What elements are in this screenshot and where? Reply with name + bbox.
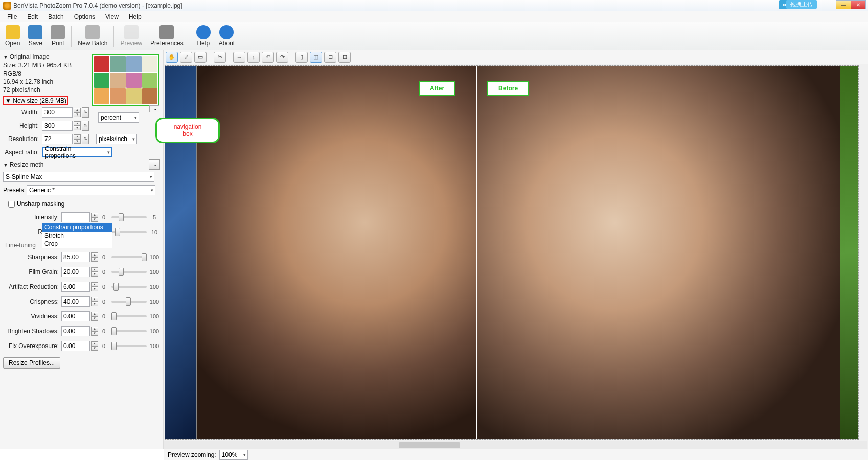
ft-slider[interactable]	[111, 315, 147, 317]
pan-tool-icon[interactable]: ✋	[166, 52, 178, 63]
resolution-input[interactable]	[42, 134, 73, 144]
toolbar-separator	[113, 26, 114, 47]
toolbar-label: Print	[52, 40, 64, 47]
view-split-h-icon[interactable]: ⊟	[324, 52, 336, 63]
ft-slider[interactable]	[111, 256, 147, 258]
ft-spinner[interactable]: ▲▼	[91, 312, 98, 321]
presets-select[interactable]: Generic *	[27, 185, 155, 195]
window-controls: — ✕	[836, 0, 866, 9]
fit-width-icon[interactable]: ↔	[233, 52, 245, 63]
after-badge: After	[419, 81, 455, 96]
select-tool-icon[interactable]: ▭	[194, 52, 207, 63]
toolbar-label: Help	[197, 40, 210, 47]
resize-method-more-button[interactable]: ...	[149, 159, 160, 170]
ft-min: 0	[98, 254, 109, 260]
intensity-spinner[interactable]: ▲▼	[91, 213, 98, 222]
save-button[interactable]: Save	[24, 24, 47, 49]
redo-icon[interactable]: ↷	[276, 52, 288, 63]
ft-slider[interactable]	[111, 271, 147, 273]
fit-height-icon[interactable]: ↕	[247, 52, 260, 63]
ft-input[interactable]	[61, 267, 90, 277]
view-single-icon[interactable]: ▯	[295, 52, 308, 63]
resize-method-header[interactable]: Resize meth	[3, 160, 43, 169]
ft-spinner[interactable]: ▲▼	[91, 341, 98, 351]
print-button[interactable]: Print	[47, 24, 69, 49]
navigation-thumbnail[interactable]: ...	[92, 54, 159, 106]
height-lock-button[interactable]: ⇅	[82, 121, 89, 131]
menu-batch[interactable]: Batch	[43, 12, 69, 21]
view-split-v-icon[interactable]: ◫	[310, 52, 322, 63]
preferences-icon	[159, 25, 174, 39]
aspect-ratio-select[interactable]: Constrain proportions	[42, 147, 112, 157]
height-input[interactable]	[42, 121, 73, 131]
preview-button[interactable]: Preview	[116, 24, 146, 49]
new-batch-button[interactable]: New Batch	[74, 24, 111, 49]
toolbar-label: New Batch	[78, 40, 107, 47]
upload-badge[interactable]: 拖拽上传	[786, 0, 817, 9]
ft-slider[interactable]	[111, 330, 147, 332]
ft-input[interactable]	[61, 326, 90, 336]
navigation-box-callout: navigation box	[155, 118, 220, 143]
close-button[interactable]: ✕	[851, 0, 866, 9]
preview-canvas[interactable]: After Before	[164, 64, 868, 449]
about-button[interactable]: About	[215, 24, 239, 49]
ft-spinner[interactable]: ▲▼	[91, 282, 98, 291]
ft-label: Brighten Shadows:	[3, 328, 61, 335]
open-button[interactable]: Open	[1, 24, 24, 49]
height-spinner[interactable]: ▲▼	[74, 121, 81, 130]
radius-slider[interactable]	[111, 231, 147, 233]
menu-edit[interactable]: Edit	[22, 12, 43, 21]
menu-help[interactable]: Help	[124, 12, 147, 21]
ft-slider[interactable]	[111, 301, 147, 303]
menu-view[interactable]: View	[100, 12, 124, 21]
aspect-option[interactable]: Stretch	[42, 232, 112, 240]
aspect-ratio-dropdown: Constrain proportionsStretchCrop	[42, 223, 112, 248]
preview-zoom-select[interactable]: 100%	[219, 450, 248, 460]
horizontal-scrollbar[interactable]	[164, 441, 867, 449]
wh-unit-select[interactable]: percent	[98, 112, 139, 123]
width-lock-button[interactable]: ⇅	[82, 107, 89, 118]
ft-spinner[interactable]: ▲▼	[91, 297, 98, 306]
undo-icon[interactable]: ↶	[262, 52, 274, 63]
aspect-option[interactable]: Crop	[42, 240, 112, 248]
resolution-spinner[interactable]: ▲▼	[74, 134, 81, 144]
ft-slider[interactable]	[111, 286, 147, 288]
save-icon	[28, 25, 42, 39]
height-label: Height:	[3, 122, 42, 129]
resize-profiles-button[interactable]: Resize Profiles...	[3, 357, 60, 369]
aspect-option[interactable]: Constrain proportions	[42, 223, 112, 232]
menu-file[interactable]: File	[2, 12, 22, 21]
ft-input[interactable]	[61, 296, 90, 307]
menu-options[interactable]: Options	[69, 12, 100, 21]
ft-min: 0	[98, 343, 109, 349]
ft-max: 100	[149, 298, 160, 305]
unsharp-checkbox[interactable]: Unsharp masking	[8, 200, 64, 208]
preferences-button[interactable]: Preferences	[146, 24, 188, 49]
crop-icon[interactable]: ✂	[214, 52, 226, 63]
ft-input[interactable]	[61, 311, 90, 321]
minimize-button[interactable]: —	[836, 0, 851, 9]
view-quad-icon[interactable]: ⊞	[338, 52, 351, 63]
ft-input[interactable]	[61, 341, 90, 351]
resize-method-select[interactable]: S-Spline Max	[3, 172, 154, 182]
resolution-unit-select[interactable]: pixels/inch	[96, 134, 137, 144]
nav-more-button[interactable]: ...	[149, 105, 159, 112]
ft-slider[interactable]	[111, 345, 147, 347]
help-button[interactable]: Help	[192, 24, 215, 49]
ft-min: 0	[98, 269, 109, 275]
intensity-input[interactable]	[61, 212, 90, 222]
menubar: FileEditBatchOptionsViewHelp	[0, 11, 868, 22]
resolution-lock-button[interactable]: ⇅	[82, 134, 89, 144]
width-input[interactable]	[42, 107, 73, 118]
preview-icon	[124, 25, 139, 39]
ft-input[interactable]	[61, 282, 90, 292]
width-spinner[interactable]: ▲▼	[74, 108, 81, 117]
ft-input[interactable]	[61, 252, 90, 262]
ft-spinner[interactable]: ▲▼	[91, 252, 98, 262]
intensity-slider[interactable]	[111, 216, 147, 218]
preview-zoom-label: Preview zooming:	[168, 451, 216, 458]
new-size-header[interactable]: ▼ New size (28.9 MB)	[3, 96, 68, 105]
ft-spinner[interactable]: ▲▼	[91, 267, 98, 277]
ft-spinner[interactable]: ▲▼	[91, 327, 98, 336]
zoom-tool-icon[interactable]: ⤢	[180, 52, 192, 63]
